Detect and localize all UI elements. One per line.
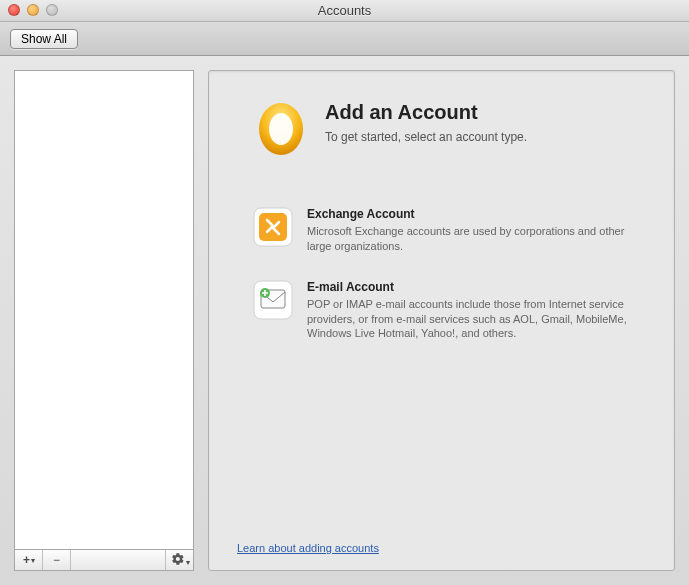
email-text: E-mail Account POP or IMAP e-mail accoun… [307,280,647,342]
exchange-account-option[interactable]: Exchange Account Microsoft Exchange acco… [233,207,650,254]
accounts-sidebar: +▾ − ▾ [14,70,194,571]
minus-icon: − [53,553,60,567]
learn-about-adding-accounts-link[interactable]: Learn about adding accounts [233,542,650,554]
exchange-icon [253,207,293,247]
content-area: +▾ − ▾ [0,56,689,585]
exchange-text: Exchange Account Microsoft Exchange acco… [307,207,647,254]
hero-subtitle: To get started, select an account type. [325,130,527,144]
hero-text: Add an Account To get started, select an… [325,101,527,144]
accounts-list[interactable] [14,70,194,549]
exchange-desc: Microsoft Exchange accounts are used by … [307,224,647,254]
gear-icon: ▾ [171,552,189,569]
exchange-title: Exchange Account [307,207,647,221]
window-title: Accounts [318,3,371,18]
svg-point-1 [269,113,293,145]
email-title: E-mail Account [307,280,647,294]
outlook-icon [253,101,309,157]
zoom-button[interactable] [46,4,58,16]
hero-title: Add an Account [325,101,527,124]
traffic-lights [8,4,58,16]
account-actions-button[interactable]: ▾ [165,550,193,570]
email-desc: POP or IMAP e-mail accounts include thos… [307,297,647,342]
close-button[interactable] [8,4,20,16]
add-account-button[interactable]: +▾ [15,550,43,570]
main-panel: Add an Account To get started, select an… [208,70,675,571]
email-icon [253,280,293,320]
toolbar: Show All [0,22,689,56]
remove-account-button[interactable]: − [43,550,71,570]
hero-section: Add an Account To get started, select an… [233,101,650,157]
show-all-button[interactable]: Show All [10,29,78,49]
email-account-option[interactable]: E-mail Account POP or IMAP e-mail accoun… [233,280,650,342]
plus-icon: +▾ [23,553,34,567]
sidebar-footer: +▾ − ▾ [14,549,194,571]
minimize-button[interactable] [27,4,39,16]
footer-spacer [71,550,165,570]
titlebar: Accounts [0,0,689,22]
